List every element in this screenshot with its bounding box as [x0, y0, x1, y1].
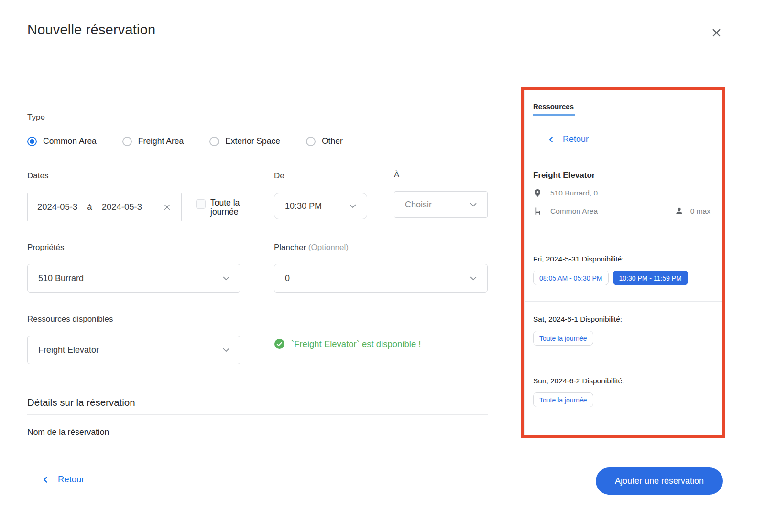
- tab-ressources[interactable]: Ressources: [533, 102, 574, 116]
- page-title: Nouvelle réservation: [27, 22, 155, 38]
- back-button[interactable]: Retour: [41, 474, 85, 485]
- resource-name: Freight Elevator: [533, 171, 710, 180]
- to-field-group: À Choisir: [394, 170, 488, 218]
- dates-label: Dates: [27, 171, 245, 181]
- from-time-value: 10:30 PM: [285, 201, 322, 211]
- all-day-label: Toute la journée: [210, 198, 245, 221]
- resource-category-row: Common Area 0 max: [533, 206, 710, 216]
- add-reservation-button[interactable]: Ajouter une réservation: [596, 467, 723, 495]
- all-day-checkbox[interactable]: [196, 199, 206, 209]
- radio-exterior-space[interactable]: Exterior Space: [209, 136, 280, 146]
- chevron-down-icon: [468, 199, 479, 210]
- date-start-value: 2024-05-3: [37, 202, 77, 212]
- type-field-group: Type Common Area Freight Area Exterior S…: [27, 113, 343, 146]
- panel-tab-bar: Ressources: [525, 90, 722, 118]
- time-slot-chip[interactable]: Toute la journée: [533, 331, 593, 346]
- chair-icon: [533, 206, 542, 216]
- chevron-left-icon: [547, 135, 556, 144]
- person-icon: [674, 206, 684, 216]
- date-separator: à: [87, 202, 92, 212]
- date-range-input[interactable]: 2024-05-3 à 2024-05-3: [27, 193, 182, 221]
- chevron-left-icon: [41, 475, 50, 484]
- radio-unselected-icon: [306, 137, 316, 146]
- availability-date-label: Sat, 2024-6-1 Disponibilité:: [533, 315, 713, 324]
- availability-date-label: Fri, 2024-5-31 Disponibilité:: [533, 255, 713, 263]
- floor-value: 0: [285, 273, 290, 283]
- availability-message: `Freight Elevator` est disponible !: [274, 338, 421, 349]
- header-divider: [27, 67, 723, 67]
- properties-select[interactable]: 510 Burrard: [27, 264, 240, 293]
- radio-common-area[interactable]: Common Area: [27, 136, 97, 146]
- availability-day-sunday: Sun, 2024-6-2 Disponibilité: Toute la jo…: [525, 363, 722, 423]
- radio-other[interactable]: Other: [306, 136, 343, 146]
- resources-value: Freight Elevator: [38, 345, 99, 355]
- dates-field-group: Dates 2024-05-3 à 2024-05-3 Toute la jou…: [27, 171, 245, 221]
- to-time-select[interactable]: Choisir: [394, 191, 488, 218]
- resources-label: Ressources disponibles: [27, 315, 240, 324]
- type-radio-group: Common Area Freight Area Exterior Space …: [27, 136, 343, 146]
- from-time-select[interactable]: 10:30 PM: [274, 193, 367, 219]
- date-end-value: 2024-05-3: [102, 202, 142, 212]
- from-label: De: [274, 171, 367, 181]
- radio-label: Other: [322, 136, 343, 146]
- type-label: Type: [27, 113, 343, 122]
- chevron-down-icon: [221, 345, 231, 355]
- resource-capacity-group: 0 max: [674, 206, 710, 216]
- check-circle-icon: [274, 338, 285, 349]
- details-divider: [27, 414, 488, 415]
- time-slot-chip[interactable]: Toute la journée: [533, 392, 593, 407]
- panel-back-label: Retour: [563, 134, 589, 144]
- availability-date-label: Sun, 2024-6-2 Disponibilité:: [533, 377, 713, 385]
- resource-details-card: Freight Elevator 510 Burrard, 0 Common A…: [525, 161, 722, 241]
- time-slot-chip-selected[interactable]: 10:30 PM - 11:59 PM: [613, 271, 688, 285]
- properties-value: 510 Burrard: [38, 273, 84, 283]
- floor-field-group: Plancher (Optionnel) 0: [274, 243, 488, 293]
- clear-dates-icon[interactable]: [163, 203, 172, 212]
- new-reservation-modal: Nouvelle réservation Type Common Area Fr…: [0, 0, 765, 532]
- availability-day-saturday: Sat, 2024-6-1 Disponibilité: Toute la jo…: [525, 302, 722, 363]
- radio-unselected-icon: [209, 137, 219, 146]
- resources-select[interactable]: Freight Elevator: [27, 336, 240, 364]
- resources-field-group: Ressources disponibles Freight Elevator: [27, 315, 240, 364]
- details-section-heading: Détails sur la réservation: [27, 397, 135, 408]
- resources-panel-highlight: Ressources Retour Freight Elevator 510 B…: [521, 87, 725, 438]
- chevron-down-icon: [468, 273, 479, 283]
- chevron-down-icon: [221, 273, 231, 283]
- from-field-group: De 10:30 PM: [274, 171, 367, 219]
- radio-unselected-icon: [122, 137, 132, 146]
- availability-message-text: `Freight Elevator` est disponible !: [291, 339, 421, 349]
- radio-selected-icon: [27, 137, 37, 146]
- close-icon: [710, 26, 723, 39]
- resource-category: Common Area: [550, 207, 598, 216]
- properties-field-group: Propriétés 510 Burrard: [27, 243, 240, 293]
- location-pin-icon: [533, 188, 542, 198]
- reservation-name-label: Nom de la réservation: [27, 427, 109, 437]
- radio-label: Freight Area: [138, 136, 184, 146]
- all-day-group: Toute la journée: [196, 198, 245, 221]
- resources-panel: Ressources Retour Freight Elevator 510 B…: [524, 90, 722, 435]
- floor-select[interactable]: 0: [274, 264, 488, 293]
- panel-back-button[interactable]: Retour: [525, 118, 722, 161]
- radio-freight-area[interactable]: Freight Area: [122, 136, 184, 146]
- resource-address: 510 Burrard, 0: [550, 189, 598, 197]
- close-button[interactable]: [709, 25, 724, 40]
- floor-label: Plancher (Optionnel): [274, 243, 488, 252]
- availability-day-friday: Fri, 2024-5-31 Disponibilité: 08:05 AM -…: [525, 241, 722, 302]
- floor-optional-label: (Optionnel): [308, 243, 349, 252]
- resource-capacity: 0 max: [690, 207, 710, 216]
- to-label: À: [394, 170, 488, 180]
- back-button-label: Retour: [58, 474, 85, 485]
- radio-label: Exterior Space: [225, 136, 280, 146]
- resource-address-row: 510 Burrard, 0: [533, 188, 710, 198]
- time-slot-chip[interactable]: 08:05 AM - 05:30 PM: [533, 271, 609, 285]
- properties-label: Propriétés: [27, 243, 240, 252]
- to-time-placeholder: Choisir: [405, 200, 432, 210]
- radio-label: Common Area: [43, 136, 97, 146]
- chevron-down-icon: [348, 201, 358, 211]
